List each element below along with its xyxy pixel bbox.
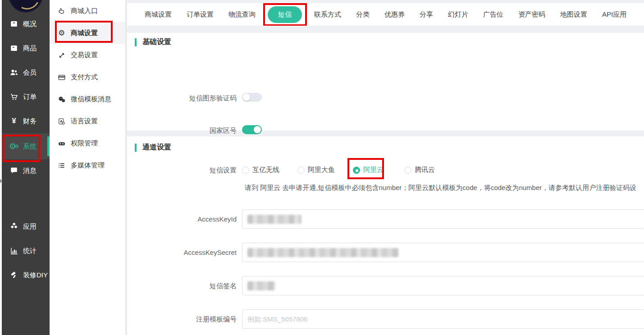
accesskeyid-input[interactable] <box>242 209 644 229</box>
overview-box-icon <box>9 20 19 28</box>
tab-share[interactable]: 分享 <box>420 10 433 19</box>
accesskeyid-label: AccessKeyId <box>127 215 237 223</box>
chat-bubble-icon <box>9 167 19 175</box>
sidebar-item-finance[interactable]: ¥ 财务 <box>2 110 50 132</box>
site-logo[interactable] <box>9 0 43 13</box>
radio-label: 腾讯云 <box>415 166 435 174</box>
channel-section-header: 通道设置 <box>135 143 171 152</box>
tab-ad-slot[interactable]: 广告位 <box>483 10 503 19</box>
members-icon <box>9 68 19 77</box>
aliyun-help-text: 请到 阿里云 去申请开通,短信模板中必须包含number；阿里云默认模板为cod… <box>245 184 636 192</box>
sms-captcha-label: 短信图形验证码 <box>127 94 237 103</box>
hand-pointer-icon <box>57 7 66 15</box>
sidebar-item-messages[interactable]: 消息 <box>2 159 50 182</box>
submenu-item-label: 商城入口 <box>71 7 98 15</box>
sidebar-item-label: 财务 <box>23 117 37 126</box>
tab-category[interactable]: 分类 <box>356 10 370 19</box>
panel-collapse-arrow-icon[interactable] <box>0 179 2 183</box>
register-template-label: 注册模板编号 <box>127 315 237 324</box>
masked-value <box>247 248 399 257</box>
gear-icon: ⚙ <box>57 28 66 38</box>
tab-slideshow[interactable]: 幻灯片 <box>448 10 468 19</box>
sidebar-item-members[interactable]: 会员 <box>2 61 50 84</box>
basic-section-header: 基础设置 <box>135 37 171 47</box>
bar-chart-icon <box>9 247 19 255</box>
media-list-icon <box>57 162 66 169</box>
sidebar-item-apps[interactable]: 应用 <box>2 215 50 238</box>
permission-icon <box>57 140 66 148</box>
submenu-item-payment-methods[interactable]: 支付方式 <box>50 66 125 88</box>
section-accent-bar <box>135 38 137 46</box>
radio-tencent-cloud[interactable]: 腾讯云 <box>404 166 435 174</box>
radio-aliyun-selected[interactable]: 阿里云 <box>353 166 384 174</box>
main-sidebar: 概况 商品 会员 订单 ¥ 财务 ⚙⚙ 系统 消息 <box>2 0 50 335</box>
section-accent-bar <box>135 144 137 152</box>
accesskeysecret-input[interactable] <box>242 243 644 262</box>
submenu-item-wechat-template[interactable]: 微信模板消息 <box>50 88 125 110</box>
accesskeysecret-label: AccessKeySecret <box>127 249 237 256</box>
bank-card-icon <box>57 73 66 81</box>
sms-signature-label: 短信签名 <box>127 282 237 290</box>
submenu-item-label: 商城设置 <box>71 29 98 37</box>
submenu-item-permission[interactable]: 权限管理 <box>50 132 125 154</box>
tab-sms-wrap: 短信 <box>268 6 302 23</box>
submenu-item-label: 支付方式 <box>71 73 98 81</box>
submenu-item-label: 交易设置 <box>71 51 98 59</box>
goods-box-icon <box>9 44 19 52</box>
country-code-label: 国家区号 <box>127 127 237 135</box>
radio-circle <box>297 167 305 174</box>
register-template-input[interactable] <box>242 309 644 329</box>
tab-coupon[interactable]: 优惠券 <box>384 10 405 19</box>
submenu-item-label: 权限管理 <box>71 139 98 148</box>
register-template-input-box <box>242 309 644 329</box>
tab-contact[interactable]: 联系方式 <box>314 10 341 19</box>
system-submenu: 商城入口 ⚙ 商城设置 交易设置 支付方式 微信模板消息 语言设置 权限管理 <box>50 0 125 335</box>
submenu-item-label: 微信模板消息 <box>71 95 111 104</box>
submenu-item-mall-settings[interactable]: ⚙ 商城设置 <box>50 22 125 44</box>
language-icon <box>57 118 66 125</box>
sidebar-item-system[interactable]: ⚙⚙ 系统 <box>2 133 50 159</box>
submenu-item-trade-settings[interactable]: 交易设置 <box>50 44 125 66</box>
country-code-toggle[interactable] <box>242 125 262 134</box>
settings-tab-bar: 商城设置 订单设置 物流查询 短信 联系方式 分类 优惠券 分享 幻灯片 广告位… <box>127 3 644 26</box>
sidebar-item-label: 消息 <box>23 167 37 175</box>
submenu-item-label: 语言设置 <box>71 117 98 126</box>
radio-circle <box>404 167 411 174</box>
radio-huyi-wireless[interactable]: 互亿无线 <box>242 166 279 174</box>
tab-order-settings[interactable]: 订单设置 <box>187 10 214 19</box>
sidebar-item-label: 订单 <box>23 93 37 101</box>
gears-icon: ⚙⚙ <box>9 142 19 150</box>
submenu-item-label: 多媒体管理 <box>71 161 105 170</box>
sms-signature-input[interactable] <box>242 276 644 295</box>
sidebar-item-diy[interactable]: 装修DIY <box>2 264 50 286</box>
masked-value <box>247 215 301 224</box>
sidebar-item-label: 装修DIY <box>23 271 48 280</box>
radio-ali-dayu[interactable]: 阿里大鱼 <box>297 166 335 174</box>
radio-label: 阿里云 <box>363 166 384 174</box>
hammer-icon <box>9 271 19 280</box>
tab-sms-active[interactable]: 短信 <box>268 6 302 23</box>
submenu-item-media[interactable]: 多媒体管理 <box>50 154 125 177</box>
section-title: 基础设置 <box>142 37 171 47</box>
sidebar-item-orders[interactable]: 订单 <box>2 86 50 108</box>
left-edge-strip <box>0 0 2 335</box>
admin-sms-settings-page: { "app": { "accent_green": "#2bbd9b", "a… <box>0 0 644 335</box>
sidebar-item-overview[interactable]: 概况 <box>2 13 50 35</box>
trade-arrows-icon <box>57 52 66 59</box>
sidebar-item-label: 商品 <box>23 44 37 53</box>
submenu-item-language-settings[interactable]: 语言设置 <box>50 110 125 132</box>
submenu-item-mall-entry[interactable]: 商城入口 <box>50 0 125 22</box>
sidebar-item-stats[interactable]: 统计 <box>2 240 50 262</box>
tab-logistics-query[interactable]: 物流查询 <box>228 10 256 19</box>
tab-asset-password[interactable]: 资产密码 <box>518 10 545 19</box>
tab-mall-settings[interactable]: 商城设置 <box>145 10 172 19</box>
logo-gold-arc <box>11 0 43 13</box>
tab-map-settings[interactable]: 地图设置 <box>560 10 587 19</box>
cart-icon <box>9 92 19 101</box>
sms-captcha-toggle[interactable] <box>242 93 262 102</box>
sidebar-item-label: 会员 <box>23 68 37 77</box>
sidebar-item-goods[interactable]: 商品 <box>2 37 50 59</box>
radio-label: 阿里大鱼 <box>308 166 335 174</box>
tab-api-app[interactable]: API应用 <box>602 10 626 19</box>
radio-circle-checked <box>353 167 360 174</box>
